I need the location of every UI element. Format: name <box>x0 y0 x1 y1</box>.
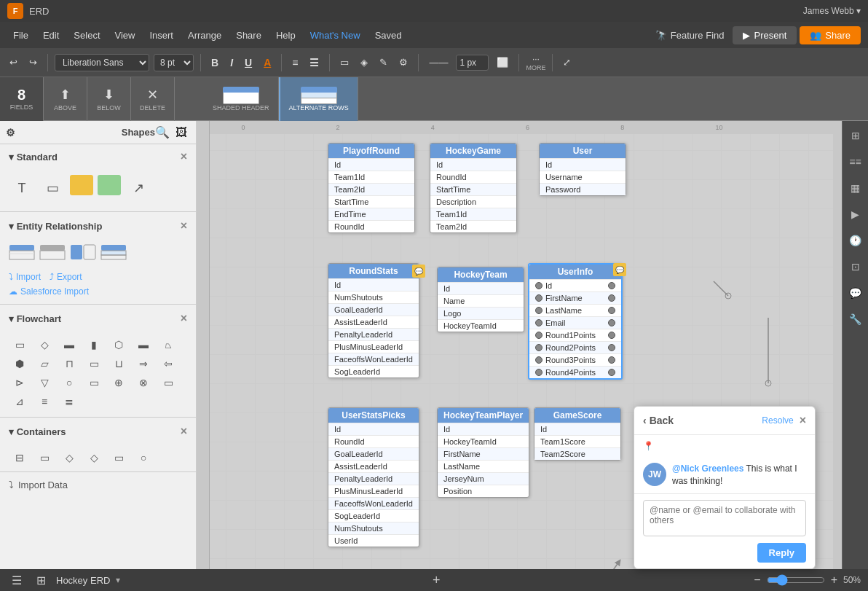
fc-list1[interactable]: ≡ <box>33 394 55 410</box>
menu-select[interactable]: Select <box>68 27 106 44</box>
fc-rounded[interactable]: ▬ <box>58 337 80 353</box>
canvas-area[interactable]: 0 2 4 6 8 10 <box>197 121 842 591</box>
rect-shape[interactable]: ▭ <box>39 175 66 201</box>
user-stats-picks-table[interactable]: UserStatsPicks Id RoundId GoalLeaderId A… <box>328 407 419 547</box>
c-shape5[interactable]: ▭ <box>108 450 130 466</box>
game-score-table[interactable]: GameScore Id Team1Score Team2Score <box>534 407 621 461</box>
diagram-name[interactable]: Hockey ERD <box>56 575 110 586</box>
menu-help[interactable]: Help <box>270 27 301 44</box>
resolve-button[interactable]: Resolve <box>762 415 793 426</box>
fc-shape20[interactable]: ▭ <box>157 375 179 391</box>
list-view-button[interactable]: ☰ <box>7 572 26 589</box>
undo-button[interactable]: ↩ <box>6 55 21 70</box>
underline-button[interactable]: U <box>241 55 256 70</box>
line-style-button[interactable]: —— <box>425 55 451 70</box>
import-button[interactable]: ⤵ Import <box>9 272 41 282</box>
table-icon[interactable]: ▦ <box>845 178 866 198</box>
c-shape6[interactable]: ○ <box>133 450 154 466</box>
images-icon[interactable]: 🖼 <box>175 126 187 139</box>
format-icon[interactable]: ≡≡ <box>845 152 866 172</box>
font-selector[interactable]: Liberation Sans <box>55 54 149 71</box>
bold-button[interactable]: B <box>208 55 222 70</box>
diagram-dropdown-icon[interactable]: ▾ <box>116 575 120 585</box>
share-button[interactable]: 👥 Share <box>800 26 861 44</box>
menu-arrange[interactable]: Arrange <box>182 27 227 44</box>
er-shape-3[interactable] <box>70 244 96 262</box>
er-shape-4[interactable] <box>100 244 127 262</box>
er-shape-2[interactable] <box>39 244 66 262</box>
extra-button[interactable]: ⚙ <box>395 55 411 70</box>
flowchart-close[interactable]: × <box>181 312 187 325</box>
user-info-comment[interactable]: 💬 <box>613 263 626 276</box>
align-right-button[interactable]: ☰ <box>306 55 323 70</box>
c-shape4[interactable]: ◇ <box>83 450 105 466</box>
c-shape3[interactable]: ◇ <box>58 450 80 466</box>
fc-trapezoid[interactable]: ⏢ <box>157 337 179 353</box>
fc-cylinder[interactable]: ⊓ <box>58 356 80 372</box>
fill-button[interactable]: ◈ <box>357 55 371 70</box>
fullscreen-button[interactable]: ⤢ <box>559 55 575 70</box>
tools-icon[interactable]: 🔧 <box>845 309 866 329</box>
playoff-round-table[interactable]: PlayoffRound Id Team1Id Team2Id StartTim… <box>328 143 415 233</box>
fields-tool[interactable]: 8 FIELDS <box>0 77 44 121</box>
fc-rect[interactable]: ▭ <box>9 337 31 353</box>
arrow-shape[interactable]: ↗ <box>125 175 151 201</box>
shapes-header[interactable]: ⚙ Shapes <box>6 127 155 138</box>
fc-arrow-r[interactable]: ⇒ <box>133 356 154 372</box>
sidebar-toggle-icon[interactable]: ⊞ <box>845 125 866 146</box>
shaded-header-tool[interactable]: SHADED HEADER <box>204 77 279 121</box>
user-name[interactable]: James Webb ▾ <box>803 6 861 16</box>
user-info-table[interactable]: UserInfo Id FirstName LastName Email <box>528 263 623 380</box>
menu-file[interactable]: File <box>7 27 34 44</box>
fc-shape11[interactable]: ⊔ <box>108 356 130 372</box>
line-button[interactable]: ✎ <box>376 55 391 70</box>
menu-view[interactable]: View <box>109 27 141 44</box>
fc-x[interactable]: ⊗ <box>133 375 154 391</box>
zoom-plus-button[interactable]: + <box>829 572 839 588</box>
salesforce-import-button[interactable]: ☁ Salesforce Import <box>0 285 196 302</box>
note-shape[interactable] <box>70 175 93 195</box>
fc-chevron[interactable]: ⊳ <box>9 375 31 391</box>
line-width-selector[interactable]: 1 px <box>456 55 489 71</box>
menu-insert[interactable]: Insert <box>143 27 179 44</box>
zoom-slider[interactable] <box>767 574 825 586</box>
fc-wide[interactable]: ▬ <box>133 337 154 353</box>
fc-shape17[interactable]: ▭ <box>83 375 105 391</box>
reply-button[interactable]: Reply <box>757 543 806 563</box>
clock-icon[interactable]: 🕐 <box>845 230 866 251</box>
present-button[interactable]: ▶ Present <box>733 26 797 44</box>
delete-tool[interactable]: ✕ DELETE <box>131 77 175 121</box>
grid-view-button[interactable]: ⊞ <box>32 572 50 589</box>
below-tool[interactable]: ⬇ BELOW <box>87 77 131 121</box>
align-left-button[interactable]: ≡ <box>288 55 301 70</box>
fc-parallelogram[interactable]: ▱ <box>33 356 55 372</box>
menu-saved[interactable]: Saved <box>369 27 408 44</box>
italic-button[interactable]: I <box>226 55 237 70</box>
zoom-minus-button[interactable]: − <box>752 572 762 588</box>
fc-bevel[interactable]: ⬡ <box>108 337 130 353</box>
feature-find-button[interactable]: 🔭 Feature Find <box>650 27 730 44</box>
user-table[interactable]: User Id Username Password <box>539 143 626 196</box>
import-data-button[interactable]: ⤵ Import Data <box>0 471 196 498</box>
menu-edit[interactable]: Edit <box>37 27 65 44</box>
hockey-game-table[interactable]: HockeyGame Id RoundId StartTime Descript… <box>430 143 517 233</box>
er-shape-1[interactable] <box>9 244 35 262</box>
color-shape[interactable] <box>98 175 121 195</box>
round-stats-table[interactable]: RoundStats Id NumShutouts GoalLeaderId A… <box>328 263 419 378</box>
flowchart-section-header[interactable]: ▾ Flowchart × <box>0 306 196 331</box>
containers-close[interactable]: × <box>181 425 187 438</box>
canvas-vertical-scrollbar[interactable] <box>833 134 842 582</box>
c-shape2[interactable]: ▭ <box>33 450 55 466</box>
hockey-team-comment[interactable]: 💬 <box>412 265 425 278</box>
menu-share[interactable]: Share <box>230 27 267 44</box>
video-icon[interactable]: ▶ <box>845 204 866 224</box>
er-section-header[interactable]: ▾ Entity Relationship × <box>0 214 196 238</box>
fc-triangle[interactable]: ▽ <box>33 375 55 391</box>
fc-list2[interactable]: ≣ <box>58 394 80 410</box>
fc-cross[interactable]: ⊕ <box>108 375 130 391</box>
fc-hex[interactable]: ⬢ <box>9 356 31 372</box>
text-shape[interactable]: T <box>9 175 35 201</box>
fc-arrow-l[interactable]: ⇦ <box>157 356 179 372</box>
standard-section-header[interactable]: ▾ Standard × <box>0 144 196 169</box>
containers-section-header[interactable]: ▾ Containers × <box>0 419 196 444</box>
